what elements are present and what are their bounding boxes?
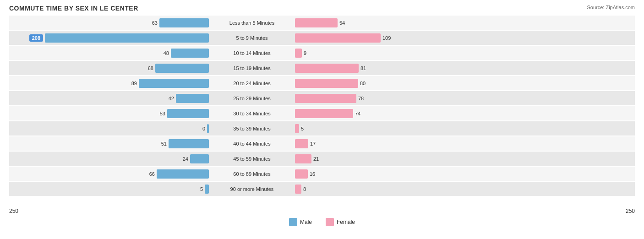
bar-female xyxy=(295,154,311,163)
row-label: 90 or more Minutes xyxy=(211,186,293,192)
source-label: Source: ZipAtlas.com xyxy=(587,5,635,10)
left-section: 89 xyxy=(9,79,211,88)
table-row: 66 60 to 89 Minutes 16 xyxy=(9,167,635,181)
bar-female xyxy=(295,79,358,88)
bar-female xyxy=(295,94,356,103)
left-section: 0 xyxy=(9,124,211,133)
table-row: 0 35 to 39 Minutes 5 xyxy=(9,121,635,136)
bar-value-female: 80 xyxy=(360,81,366,86)
bar-value-female: 54 xyxy=(339,20,345,26)
right-section: 9 xyxy=(293,49,495,58)
table-row: 51 40 to 44 Minutes 17 xyxy=(9,136,635,151)
bar-value-female: 5 xyxy=(301,126,304,131)
legend-female-box xyxy=(326,218,334,226)
legend: Male Female xyxy=(9,218,635,226)
bar-value-female: 78 xyxy=(358,96,364,101)
right-section: 16 xyxy=(293,169,495,179)
bar-value-male: 66 xyxy=(149,171,155,177)
legend-male-box xyxy=(289,218,297,226)
axis-labels: 250 250 xyxy=(9,208,635,215)
bar-female xyxy=(295,109,353,118)
bar-male xyxy=(155,64,209,73)
bar-value-female: 109 xyxy=(382,35,391,41)
bar-value-female: 81 xyxy=(360,65,366,71)
bar-value-male: 63 xyxy=(152,20,158,26)
table-row: 89 20 to 24 Minutes 80 xyxy=(9,76,635,90)
right-section: 17 xyxy=(293,139,495,148)
table-row: 208 5 to 9 Minutes 109 xyxy=(9,31,635,45)
bar-value-female: 17 xyxy=(310,141,316,147)
bar-male xyxy=(190,154,209,163)
row-label: 30 to 34 Minutes xyxy=(211,111,293,116)
bar-value-male: 68 xyxy=(148,65,153,71)
table-row: 24 45 to 59 Minutes 21 xyxy=(9,152,635,166)
bar-female xyxy=(295,64,359,73)
bar-male xyxy=(167,109,209,118)
left-section: 24 xyxy=(9,154,211,163)
bar-value-female: 74 xyxy=(355,111,360,116)
legend-female: Female xyxy=(326,218,355,226)
bar-male xyxy=(45,33,209,43)
left-section: 51 xyxy=(9,139,211,148)
bar-value-female: 16 xyxy=(310,171,315,177)
bar-male xyxy=(159,18,209,27)
bars-area: 63 Less than 5 Minutes 54 208 5 to 9 Min… xyxy=(9,16,635,208)
table-row: 68 15 to 19 Minutes 81 xyxy=(9,61,635,75)
row-label: 20 to 24 Minutes xyxy=(211,81,293,86)
right-section: 81 xyxy=(293,64,495,73)
bar-female xyxy=(295,139,308,148)
bar-male xyxy=(171,49,209,58)
bar-value-male: 5 xyxy=(200,186,203,192)
row-label: 35 to 39 Minutes xyxy=(211,126,293,131)
row-label: 15 to 19 Minutes xyxy=(211,65,293,71)
bar-value-male: 53 xyxy=(160,111,165,116)
right-section: 54 xyxy=(293,18,495,27)
row-label: 5 to 9 Minutes xyxy=(211,35,293,41)
table-row: 42 25 to 29 Minutes 78 xyxy=(9,91,635,105)
row-label: 45 to 59 Minutes xyxy=(211,156,293,162)
right-section: 109 xyxy=(293,33,495,43)
bar-female xyxy=(295,124,299,133)
chart-title: COMMUTE TIME BY SEX IN LE CENTER xyxy=(9,5,635,12)
right-section: 80 xyxy=(293,79,495,88)
table-row: 63 Less than 5 Minutes 54 xyxy=(9,16,635,30)
legend-male-label: Male xyxy=(300,219,312,225)
bar-female xyxy=(295,185,301,194)
legend-female-label: Female xyxy=(337,219,355,225)
bar-value-male: 42 xyxy=(169,96,174,101)
right-section: 78 xyxy=(293,94,495,103)
row-label: Less than 5 Minutes xyxy=(211,20,293,26)
bar-female xyxy=(295,33,381,43)
row-label: 40 to 44 Minutes xyxy=(211,141,293,147)
bar-male xyxy=(139,79,209,88)
bar-male xyxy=(176,94,209,103)
left-section: 68 xyxy=(9,64,211,73)
left-section: 5 xyxy=(9,185,211,194)
bar-value-male: 51 xyxy=(161,141,167,147)
legend-male: Male xyxy=(289,218,312,226)
left-section: 208 xyxy=(9,33,211,43)
bar-male xyxy=(205,185,209,194)
bar-value-female: 21 xyxy=(313,156,319,162)
table-row: 5 90 or more Minutes 8 xyxy=(9,182,635,196)
right-section: 8 xyxy=(293,185,495,194)
left-section: 66 xyxy=(9,169,211,179)
bar-value-male: 208 xyxy=(29,34,43,42)
bar-female xyxy=(295,18,338,27)
row-label: 25 to 29 Minutes xyxy=(211,96,293,101)
right-section: 74 xyxy=(293,109,495,118)
bar-female xyxy=(295,49,302,58)
bar-value-male: 0 xyxy=(202,126,205,131)
right-section: 5 xyxy=(293,124,495,133)
bar-value-female: 9 xyxy=(304,50,306,56)
bar-male xyxy=(207,124,209,133)
bar-value-male: 48 xyxy=(164,50,169,56)
axis-right: 250 xyxy=(626,208,635,214)
bar-male xyxy=(169,139,209,148)
left-section: 63 xyxy=(9,18,211,27)
bar-value-male: 24 xyxy=(183,156,188,162)
bar-male xyxy=(157,169,209,179)
row-label: 60 to 89 Minutes xyxy=(211,171,293,177)
chart-container: COMMUTE TIME BY SEX IN LE CENTER Source:… xyxy=(0,0,644,239)
row-label: 10 to 14 Minutes xyxy=(211,50,293,56)
